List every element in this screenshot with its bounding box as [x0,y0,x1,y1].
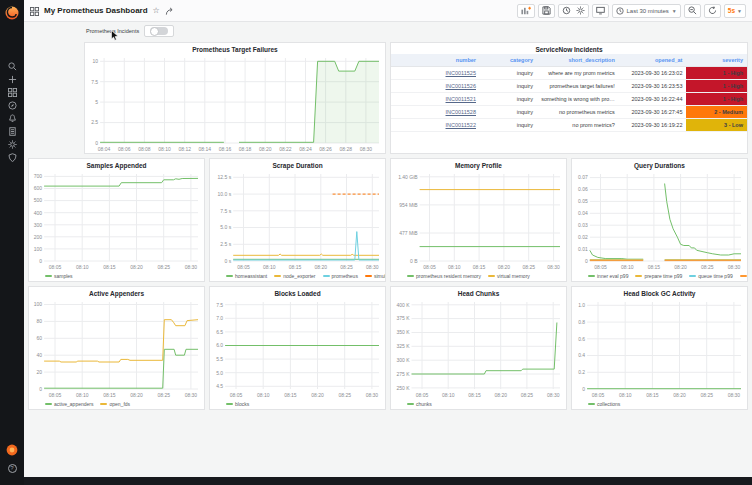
legend-item[interactable]: simulate_failures [365,273,385,279]
time-range-picker[interactable]: Last 30 minutes ▼ [612,4,681,18]
legend-item[interactable]: prepare time p99 [635,273,682,279]
incident-number-link[interactable]: INC0011526 [446,83,476,89]
zoom-out-time-button[interactable] [684,4,701,18]
alerting-bell-icon[interactable] [0,112,24,125]
svg-text:0.02: 0.02 [578,234,588,240]
configuration-gear-icon[interactable] [0,138,24,151]
panel-memory-profile: Memory Profile 08:0508:1008:1508:2008:25… [390,158,567,282]
legend-item[interactable]: result sort p99 [740,273,747,279]
memory-profile-chart[interactable]: 08:0508:1008:1508:2008:2508:301.40 GiB95… [391,170,566,271]
legend-item[interactable]: queue time p99 [689,273,732,279]
legend-item[interactable]: node_exporter [274,273,315,279]
settings-gear-icon[interactable] [576,6,585,16]
cell-category: inquiry [480,106,537,119]
svg-text:2.5: 2.5 [91,119,98,125]
documents-icon[interactable] [0,125,24,138]
chart-canvas[interactable]: 08:0508:1008:1508:2008:2508:301.00.80.60… [572,298,747,399]
incident-number-link[interactable]: INC0011521 [446,96,476,102]
svg-text:08:25: 08:25 [700,392,713,398]
legend-item[interactable]: prometheus resident memory [407,273,481,279]
help-icon[interactable]: ? [8,464,17,473]
panel-title[interactable]: Blocks Loaded [210,287,385,298]
blocks-loaded-chart[interactable]: 08:0508:1008:1508:2008:2508:307.57.06.56… [210,298,385,399]
chart-canvas[interactable]: 08:0408:0608:0808:1008:1208:1408:1608:18… [85,54,385,153]
column-header-category[interactable]: category [480,54,537,67]
svg-text:7.0: 7.0 [216,315,223,321]
incident-number-link[interactable]: INC0011522 [446,122,476,128]
incidents-toggle-switch[interactable] [144,25,174,37]
panel-title[interactable]: ServiceNow Incidents [391,43,747,54]
incident-number-link[interactable]: INC0011528 [446,109,476,115]
explore-compass-icon[interactable] [0,99,24,112]
share-icon[interactable] [165,2,174,20]
legend-label: open_fds [109,401,130,407]
cell-opened_at: 2023-09-30 16:27:45 [619,106,687,119]
panel-title[interactable]: Query Durations [572,159,747,170]
grafana-logo[interactable] [4,5,20,21]
svg-text:477 MiB: 477 MiB [399,230,418,236]
legend-item[interactable]: prometheus [323,273,358,279]
dashboard-title[interactable]: My Prometheus Dashboard [44,6,148,15]
legend-item[interactable]: chunks [407,401,432,407]
refresh-button[interactable] [704,4,721,18]
legend-item[interactable]: collections [588,401,620,407]
active-appenders-chart[interactable]: 08:0508:1008:1508:2008:2508:301008060402… [29,298,204,399]
user-avatar[interactable] [6,442,18,460]
svg-text:60: 60 [37,335,43,341]
dashboards-icon[interactable] [0,86,24,99]
legend-item[interactable]: open_fds [100,401,130,407]
legend-color-dash [588,403,595,405]
create-plus-icon[interactable] [0,73,24,86]
samples-appended-chart[interactable]: 08:0508:1008:1508:2008:2508:307006005004… [29,170,204,271]
chart-canvas[interactable]: 08:0508:1008:1508:2008:2508:301.40 GiB95… [391,170,566,271]
cell-opened_at: 2023-09-30 16:19:22 [619,119,687,132]
panel-title[interactable]: Scrape Duration [210,159,385,170]
panel-title[interactable]: Memory Profile [391,159,566,170]
column-header-severity[interactable]: severity [686,54,747,67]
history-icon[interactable] [562,6,571,16]
refresh-interval-dropdown[interactable]: 5s ▼ [724,4,746,18]
panel-title[interactable]: Head Chunks [391,287,566,298]
dashboard-grid-icon[interactable] [30,2,39,20]
incident-number-link[interactable]: INC0011525 [446,70,476,76]
panel-title[interactable]: Active Appenders [29,287,204,298]
table-header-row: numbercategoryshort_descriptionopened_at… [391,54,747,67]
chart-canvas[interactable]: 08:0508:1008:1508:2008:2508:300.070.060.… [572,170,747,271]
cycle-view-mode-button[interactable] [592,4,609,18]
legend-color-dash [588,275,595,277]
query-durations-chart[interactable]: 08:0508:1008:1508:2008:2508:300.070.060.… [572,170,747,271]
save-dashboard-button[interactable] [538,4,555,18]
scrape-duration-chart[interactable]: 08:0508:1008:1508:2008:2508:3012.5 s10.0… [210,170,385,271]
legend-item[interactable]: samples [45,273,73,279]
column-header-opened_at[interactable]: opened_at [619,54,687,67]
star-icon[interactable]: ☆ [153,7,160,15]
chart-canvas[interactable]: 08:0508:1008:1508:2008:2508:3012.5 s10.0… [210,170,385,271]
legend-item[interactable]: inner eval p99 [588,273,628,279]
chart-canvas[interactable]: 08:0508:1008:1508:2008:2508:30400 K375 K… [391,298,566,399]
chart-canvas[interactable]: 08:0508:1008:1508:2008:2508:307006005004… [29,170,204,271]
legend-item[interactable]: homeassistant [226,273,267,279]
svg-text:08:10: 08:10 [76,392,89,398]
legend-label: collections [597,401,620,407]
panel-title[interactable]: Head Block GC Activity [572,287,747,298]
svg-text:08:30: 08:30 [547,264,560,270]
legend-item[interactable]: virtual memory [488,273,530,279]
svg-text:100: 100 [34,301,43,307]
column-header-short_description[interactable]: short_description [537,54,619,67]
add-panel-button[interactable] [517,4,535,18]
column-header-number[interactable]: number [391,54,480,67]
search-icon[interactable] [0,60,24,73]
head-block-gc-chart[interactable]: 08:0508:1008:1508:2008:2508:301.00.80.60… [572,298,747,399]
svg-text:08:20: 08:20 [311,392,324,398]
admin-shield-icon[interactable] [0,151,24,164]
legend-item[interactable]: blocks [226,401,249,407]
legend-color-dash [488,275,495,277]
panel-title[interactable]: Prometheus Target Failures [85,43,385,54]
target-failures-chart[interactable]: 08:0408:0608:0808:1008:1208:1408:1608:18… [85,54,385,153]
svg-text:300: 300 [34,222,43,228]
legend-item[interactable]: active_appenders [45,401,93,407]
chart-canvas[interactable]: 08:0508:1008:1508:2008:2508:301008060402… [29,298,204,399]
head-chunks-chart[interactable]: 08:0508:1008:1508:2008:2508:30400 K375 K… [391,298,566,399]
panel-title[interactable]: Samples Appended [29,159,204,170]
chart-canvas[interactable]: 08:0508:1008:1508:2008:2508:307.57.06.56… [210,298,385,399]
